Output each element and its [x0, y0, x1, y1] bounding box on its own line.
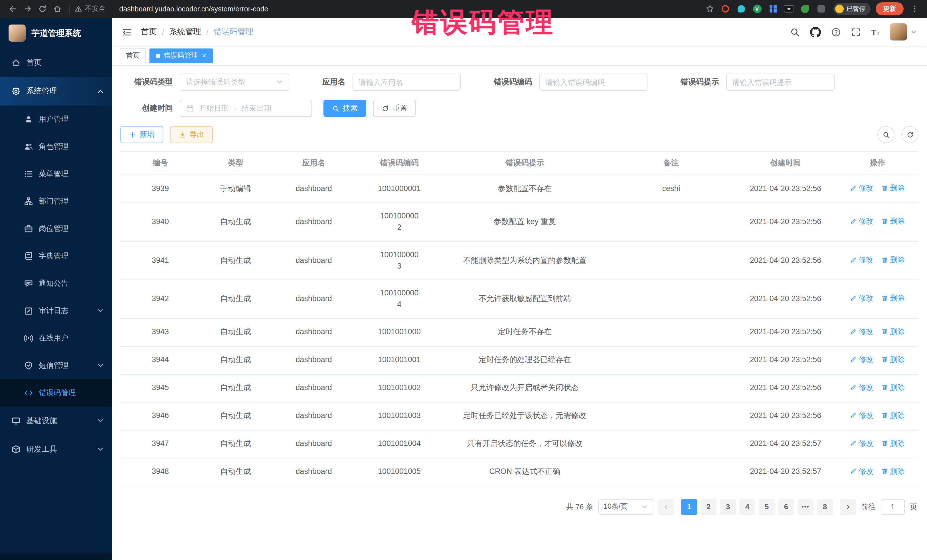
sidebar-menu: 首页系统管理用户管理角色管理菜单管理部门管理岗位管理字典管理通知公告审计日志在线…	[0, 49, 112, 464]
cell-remark	[608, 203, 735, 241]
delete-link[interactable]: 删除	[881, 182, 905, 194]
toggle-search-button[interactable]	[877, 126, 895, 143]
breadcrumb-home[interactable]: 首页	[141, 27, 157, 37]
sidebar-item-post[interactable]: 岗位管理	[0, 215, 112, 242]
error-type-select[interactable]: 请选择错误码类型	[180, 74, 289, 91]
page-size-select[interactable]: 10条/页	[599, 499, 653, 514]
prev-page-button[interactable]	[658, 499, 674, 514]
edit-link[interactable]: 修改	[850, 326, 873, 337]
table-row: 3941自动生成dashboard100100000 3不能删除类型为系统内置的…	[120, 241, 918, 280]
refresh-table-button[interactable]	[901, 126, 918, 143]
cell-type: 自动生成	[200, 458, 271, 486]
delete-link[interactable]: 删除	[881, 466, 905, 477]
search-button[interactable]: 搜索	[324, 100, 366, 117]
delete-link[interactable]: 删除	[881, 254, 905, 266]
trash-icon	[881, 295, 888, 302]
edit-link[interactable]: 修改	[850, 293, 873, 304]
app-name-input[interactable]	[352, 74, 460, 91]
sidebar-item-notice[interactable]: 通知公告	[0, 270, 112, 297]
sidebar-item-infra[interactable]: 基础设施	[0, 407, 112, 435]
sidebar-item-online-user[interactable]: 在线用户	[0, 325, 112, 352]
sidebar-item-label: 角色管理	[39, 141, 68, 152]
edit-link[interactable]: 修改	[850, 254, 873, 266]
security-warning[interactable]: 不安全	[75, 4, 106, 14]
page-button[interactable]: 6	[778, 499, 794, 514]
cell-id: 3948	[120, 458, 200, 486]
help-icon[interactable]	[831, 27, 841, 37]
edit-link[interactable]: 修改	[850, 466, 873, 477]
delete-link[interactable]: 删除	[881, 382, 905, 393]
add-button[interactable]: 新增	[120, 126, 163, 143]
sidebar-item-audit-log[interactable]: 审计日志	[0, 297, 112, 325]
app-logo[interactable]: 芋道管理系统	[0, 18, 112, 49]
page-button[interactable]: 1	[681, 499, 697, 514]
sidebar-item-dept[interactable]: 部门管理	[0, 188, 112, 215]
sidebar-item-dict[interactable]: 字典管理	[0, 242, 112, 270]
goto-page-input[interactable]	[881, 499, 905, 514]
browser-menu-icon[interactable]	[907, 2, 921, 16]
edit-link[interactable]: 修改	[850, 354, 873, 365]
reset-button[interactable]: 重置	[373, 100, 416, 117]
bookmark-star-icon[interactable]	[703, 2, 716, 16]
sidebar-collapse-bar[interactable]	[0, 552, 112, 560]
delete-link[interactable]: 删除	[881, 438, 905, 449]
next-page-button[interactable]	[840, 499, 856, 514]
browser-extension-icon[interactable]	[768, 4, 778, 14]
forward-icon[interactable]	[21, 2, 34, 16]
back-icon[interactable]	[6, 2, 20, 16]
tab-home[interactable]: 首页	[120, 48, 146, 63]
page-button[interactable]: 5	[759, 499, 775, 514]
github-icon[interactable]	[810, 27, 821, 37]
delete-link[interactable]: 删除	[881, 410, 905, 421]
filter-row-2: 创建时间 开始日期 - 结束日期 搜索 重置	[120, 100, 918, 117]
sidebar-item-dev-tools[interactable]: 研发工具	[0, 435, 112, 464]
fullscreen-icon[interactable]	[851, 27, 861, 37]
sidebar-item-menu[interactable]: 菜单管理	[0, 160, 112, 188]
date-range-picker[interactable]: 开始日期 - 结束日期	[180, 100, 312, 117]
column-header: 错误码提示	[442, 152, 608, 175]
font-size-icon[interactable]: TT	[871, 28, 880, 36]
edit-link[interactable]: 修改	[850, 382, 873, 393]
sidebar-item-user[interactable]: 用户管理	[0, 106, 112, 133]
search-icon[interactable]	[790, 27, 800, 37]
sidebar-item-system[interactable]: 系统管理	[0, 77, 112, 106]
sidebar-item-sms[interactable]: 短信管理	[0, 352, 112, 379]
close-icon[interactable]: ×	[202, 52, 206, 59]
browser-extension-icon[interactable]	[800, 4, 810, 14]
edit-link[interactable]: 修改	[850, 182, 873, 194]
browser-extension-icon[interactable]	[816, 4, 826, 14]
browser-extension-icon[interactable]	[736, 4, 746, 14]
edit-link[interactable]: 修改	[850, 410, 873, 421]
breadcrumb-system[interactable]: 系统管理	[169, 27, 201, 37]
user-menu[interactable]	[890, 23, 917, 41]
export-button[interactable]: 导出	[170, 126, 213, 143]
sidebar-item-role[interactable]: 角色管理	[0, 133, 112, 160]
sidebar-item-label: 系统管理	[26, 86, 57, 96]
address-bar[interactable]: dashboard.yudao.iocoder.cn/system/error-…	[119, 5, 268, 13]
edit-link[interactable]: 修改	[850, 216, 873, 227]
error-code-input[interactable]	[539, 74, 647, 91]
hamburger-icon[interactable]	[122, 27, 132, 37]
page-button[interactable]: 8	[817, 499, 833, 514]
delete-link[interactable]: 删除	[881, 326, 905, 337]
edit-link[interactable]: 修改	[850, 438, 873, 449]
browser-extension-icon[interactable]	[720, 4, 730, 14]
tab-error-code[interactable]: 错误码管理 ×	[149, 48, 213, 63]
sidebar-item-error-code[interactable]: 错误码管理	[0, 379, 112, 407]
home-icon[interactable]	[50, 2, 64, 16]
page-button[interactable]: 3	[720, 499, 736, 514]
users-icon	[24, 142, 33, 151]
browser-update-button[interactable]: 更新	[876, 2, 904, 15]
reload-icon[interactable]	[35, 2, 49, 16]
pager-ellipsis[interactable]: •••	[798, 499, 813, 514]
sidebar-item-home[interactable]: 首页	[0, 49, 112, 77]
browser-extension-icon[interactable]: on	[784, 4, 794, 14]
delete-link[interactable]: 删除	[881, 293, 905, 304]
browser-extension-icon[interactable]: V	[752, 4, 762, 14]
error-hint-input[interactable]	[726, 74, 834, 91]
delete-link[interactable]: 删除	[881, 216, 905, 227]
delete-link[interactable]: 删除	[881, 354, 905, 365]
page-button[interactable]: 4	[739, 499, 755, 514]
profile-paused-badge[interactable]: 已暂停	[833, 3, 871, 15]
page-button[interactable]: 2	[701, 499, 716, 514]
